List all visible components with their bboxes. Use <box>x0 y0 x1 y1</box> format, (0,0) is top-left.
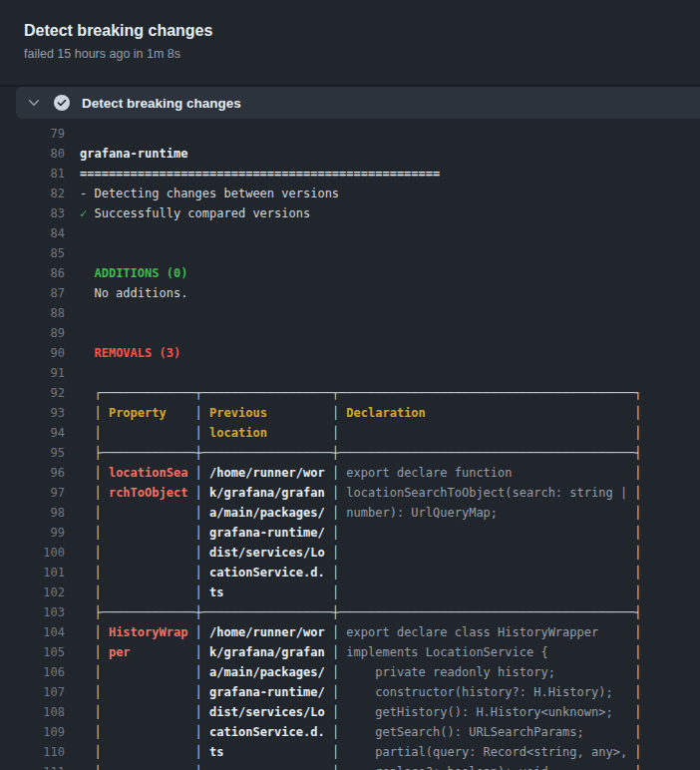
log-line: 87 No additions. <box>0 283 700 303</box>
log-line: 111 │ │ │ replace?: boolean): void; │ <box>0 762 700 770</box>
line-number[interactable]: 109 <box>0 722 65 742</box>
line-number[interactable]: 86 <box>0 263 65 283</box>
line-number[interactable]: 90 <box>0 343 65 363</box>
job-title: Detect breaking changes <box>24 21 676 41</box>
line-number[interactable]: 107 <box>0 682 65 702</box>
line-content: │ │ dist/services/Lo │ │ <box>80 543 642 563</box>
log-line: 100 │ │ dist/services/Lo │ │ <box>0 543 700 563</box>
line-number[interactable]: 84 <box>0 223 65 243</box>
log-line: 110 │ │ ts │ partial(query: Record<strin… <box>0 742 700 762</box>
line-number[interactable]: 98 <box>0 503 65 523</box>
log-line: 109 │ │ cationService.d. │ getSearch(): … <box>0 722 700 742</box>
line-number[interactable]: 103 <box>0 602 65 622</box>
line-number[interactable]: 101 <box>0 563 65 582</box>
log-line: 80grafana-runtime <box>0 144 700 164</box>
line-content: │ │ grafana-runtime/ │ constructor(histo… <box>80 682 642 702</box>
log-line: 97 │ rchToObject │ k/grafana/grafan │ lo… <box>0 483 700 503</box>
log-lines: 7980grafana-runtime81===================… <box>0 124 700 770</box>
log-line: 88 <box>0 303 700 323</box>
log-line: 102 │ │ ts │ │ <box>0 582 700 602</box>
step-header[interactable]: Detect breaking changes <box>16 87 700 119</box>
log-line: 107 │ │ grafana-runtime/ │ constructor(h… <box>0 682 700 702</box>
line-content: ├─────────────┼──────────────────┼──────… <box>80 443 642 463</box>
line-number[interactable]: 79 <box>0 124 65 144</box>
log-line: 103 ├─────────────┼──────────────────┼──… <box>0 602 700 622</box>
check-circle-icon <box>54 95 70 111</box>
job-status-meta: failed 15 hours ago in 1m 8s <box>24 47 676 62</box>
log-line: 81======================================… <box>0 164 700 184</box>
line-number[interactable]: 82 <box>0 184 65 203</box>
line-number[interactable]: 88 <box>0 303 65 323</box>
log-line: 84 <box>0 223 700 243</box>
log-line: 104 │ HistoryWrap │ /home/runner/wor │ e… <box>0 622 700 642</box>
line-number[interactable]: 95 <box>0 443 65 463</box>
line-number[interactable]: 80 <box>0 144 65 164</box>
log-line: 82- Detecting changes between versions <box>0 184 700 203</box>
line-content: │ locationSea │ /home/runner/wor │ expor… <box>80 463 642 483</box>
line-content: │ per │ k/grafana/grafan │ implements Lo… <box>80 642 642 662</box>
log-line: 95 ├─────────────┼──────────────────┼───… <box>0 443 700 463</box>
line-content: │ │ ts │ partial(query: Record<string, a… <box>80 742 642 762</box>
line-number[interactable]: 94 <box>0 423 65 443</box>
line-number[interactable]: 111 <box>0 762 65 770</box>
line-content: │ rchToObject │ k/grafana/grafan │ locat… <box>80 483 642 503</box>
line-number[interactable]: 91 <box>0 363 65 383</box>
log-line: 83✓ Successfully compared versions <box>0 203 700 223</box>
line-content: │ │ dist/services/Lo │ getHistory(): H.H… <box>80 702 642 722</box>
line-number[interactable]: 108 <box>0 702 65 722</box>
log-line: 94 │ │ location │ │ <box>0 423 700 443</box>
line-content: ├─────────────┼──────────────────┼──────… <box>80 602 642 622</box>
line-number[interactable]: 104 <box>0 622 65 642</box>
line-content: │ Property │ Previous │ Declaration │ <box>80 403 642 423</box>
line-number[interactable]: 100 <box>0 543 65 563</box>
log-line: 101 │ │ cationService.d. │ │ <box>0 563 700 582</box>
line-number[interactable]: 99 <box>0 523 65 543</box>
line-content: │ │ │ replace?: boolean): void; │ <box>80 762 642 770</box>
chevron-down-icon[interactable] <box>27 96 41 110</box>
line-content: No additions. <box>80 283 187 303</box>
line-number[interactable]: 83 <box>0 203 65 223</box>
line-content: │ │ cationService.d. │ │ <box>80 563 642 582</box>
line-content: REMOVALS (3) <box>80 343 180 363</box>
line-number[interactable]: 97 <box>0 483 65 503</box>
log-line: 91 <box>0 363 700 383</box>
log-line: 98 │ │ a/main/packages/ │ number): UrlQu… <box>0 503 700 523</box>
line-number[interactable]: 102 <box>0 582 65 602</box>
log-line: 85 <box>0 243 700 263</box>
log-line: 108 │ │ dist/services/Lo │ getHistory():… <box>0 702 700 722</box>
actions-log-page: Detect breaking changes failed 15 hours … <box>0 0 700 770</box>
log-line: 86 ADDITIONS (0) <box>0 263 700 283</box>
line-content: ADDITIONS (0) <box>80 263 187 283</box>
log-container: 7980grafana-runtime81===================… <box>0 119 700 770</box>
log-line: 99 │ │ grafana-runtime/ │ │ <box>0 523 700 543</box>
line-number[interactable]: 110 <box>0 742 65 762</box>
line-content: ┌─────────────┬──────────────────┬──────… <box>80 383 642 403</box>
line-number[interactable]: 106 <box>0 662 65 682</box>
log-line: 93 │ Property │ Previous │ Declaration │ <box>0 403 700 423</box>
line-number[interactable]: 96 <box>0 463 65 483</box>
line-number[interactable]: 89 <box>0 323 65 343</box>
log-line: 106 │ │ a/main/packages/ │ private reado… <box>0 662 700 682</box>
line-number[interactable]: 85 <box>0 243 65 263</box>
line-content: │ │ a/main/packages/ │ number): UrlQuery… <box>80 503 642 523</box>
line-number[interactable]: 81 <box>0 164 65 184</box>
log-line: 90 REMOVALS (3) <box>0 343 700 363</box>
line-content: grafana-runtime <box>80 144 187 164</box>
line-number[interactable]: 93 <box>0 403 65 423</box>
line-content: │ HistoryWrap │ /home/runner/wor │ expor… <box>80 622 642 642</box>
step-label: Detect breaking changes <box>82 96 241 111</box>
line-content: │ │ location │ │ <box>80 423 642 443</box>
line-number[interactable]: 105 <box>0 642 65 662</box>
line-number[interactable]: 92 <box>0 383 65 403</box>
line-content: │ │ cationService.d. │ getSearch(): URLS… <box>80 722 642 742</box>
log-line: 105 │ per │ k/grafana/grafan │ implement… <box>0 642 700 662</box>
log-line: 79 <box>0 124 700 144</box>
log-line: 92 ┌─────────────┬──────────────────┬───… <box>0 383 700 403</box>
line-number[interactable]: 87 <box>0 283 65 303</box>
log-line: 89 <box>0 323 700 343</box>
line-content: - Detecting changes between versions <box>80 184 339 203</box>
line-content: │ │ ts │ │ <box>80 582 642 602</box>
line-content: ✓ Successfully compared versions <box>80 203 310 223</box>
log-line: 96 │ locationSea │ /home/runner/wor │ ex… <box>0 463 700 483</box>
line-content: │ │ grafana-runtime/ │ │ <box>80 523 642 543</box>
